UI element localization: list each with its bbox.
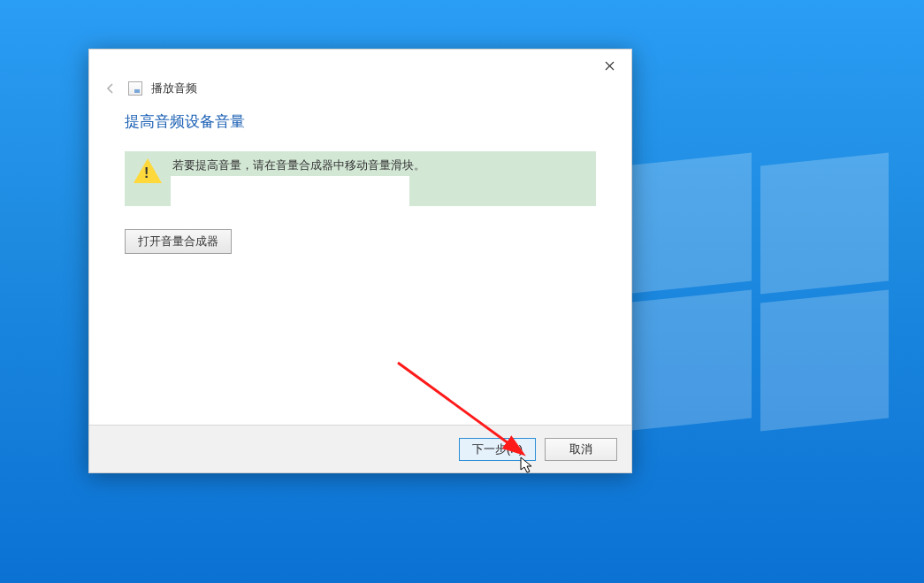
troubleshooter-dialog: 播放音频 提高音频设备音量 若要提高音量，请在音量合成器中移动音量滑块。 打开音… (88, 49, 632, 473)
warning-icon (134, 158, 162, 183)
dialog-footer: 下一步(N) 取消 (89, 425, 631, 472)
title-bar (89, 50, 631, 80)
troubleshooter-icon (128, 81, 142, 96)
dialog-body: 提高音频设备音量 若要提高音量，请在音量合成器中移动音量滑块。 打开音量合成器 (89, 106, 631, 425)
back-button[interactable] (102, 80, 119, 97)
cancel-button[interactable]: 取消 (545, 438, 617, 461)
arrow-left-icon (104, 82, 117, 95)
breadcrumb-title: 播放音频 (151, 81, 197, 96)
open-volume-mixer-button[interactable]: 打开音量合成器 (125, 229, 232, 254)
page-title: 提高音频设备音量 (125, 111, 596, 132)
notice-text: 若要提高音量，请在音量合成器中移动音量滑块。 (172, 157, 425, 175)
notice-panel: 若要提高音量，请在音量合成器中移动音量滑块。 (125, 151, 596, 206)
windows-logo-icon (623, 159, 889, 425)
close-icon (605, 61, 615, 71)
redaction-block (171, 176, 409, 206)
next-button[interactable]: 下一步(N) (459, 438, 536, 461)
breadcrumb: 播放音频 (89, 80, 631, 106)
close-button[interactable] (596, 55, 622, 76)
